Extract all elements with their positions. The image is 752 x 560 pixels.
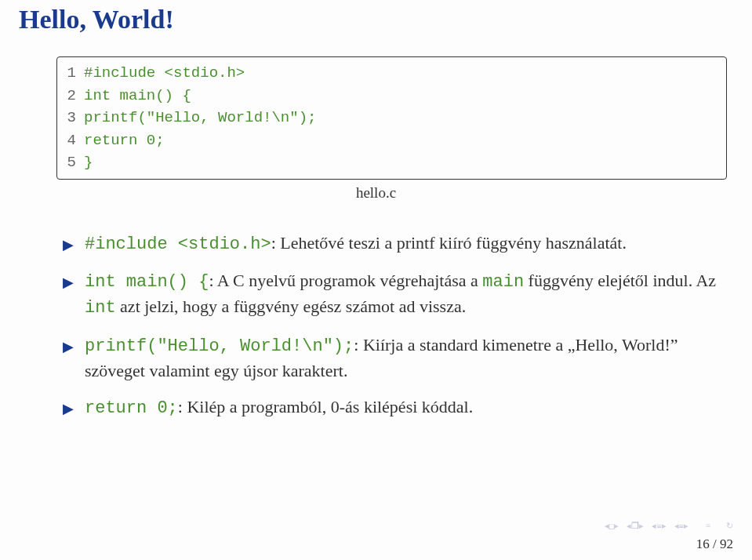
bullet-marker-icon: ▶ xyxy=(63,337,74,357)
code-line: return 0; xyxy=(84,129,726,152)
nav-last-icon[interactable]: ◂≡▸ xyxy=(674,521,688,531)
code-line: int main() { xyxy=(84,85,726,107)
bullet-text: int main() {: A C nyelvű programok végre… xyxy=(85,269,719,321)
nav-mode-icon[interactable]: ≡ xyxy=(706,521,710,530)
lineno: 5 xyxy=(57,151,76,174)
code-inline: int xyxy=(85,298,116,318)
bullet-marker-icon: ▶ xyxy=(63,399,74,419)
bullet-item: ▶ #include <stdio.h>: Lehetővé teszi a p… xyxy=(63,231,719,257)
line-numbers: 1 2 3 4 5 xyxy=(57,62,84,174)
nav-bar: ◂□▸ ◂❐▸ ◂≡▸ ◂≡▸ ≡ ↻ xyxy=(605,518,733,532)
code-line: #include <stdio.h> xyxy=(84,62,726,85)
lineno: 4 xyxy=(57,129,76,152)
nav-prev-icon[interactable]: ◂❐▸ xyxy=(627,521,644,531)
bullet-text: return 0;: Kilép a programból, 0-ás kilé… xyxy=(85,395,719,421)
code-content: #include <stdio.h> int main() { printf("… xyxy=(84,62,726,174)
lineno: 3 xyxy=(57,107,76,129)
code-line: printf("Hello, World!\n"); xyxy=(84,107,726,129)
code-block: 1 2 3 4 5 #include <stdio.h> int main() … xyxy=(56,56,727,180)
bullet-item: ▶ int main() {: A C nyelvű programok vég… xyxy=(63,269,719,321)
code-line: } xyxy=(84,151,726,174)
nav-first-icon[interactable]: ◂□▸ xyxy=(605,521,619,531)
bullet-list: ▶ #include <stdio.h>: Lehetővé teszi a p… xyxy=(63,231,719,422)
code-inline: #include <stdio.h> xyxy=(85,235,271,254)
code-inline: printf("Hello, World!\n"); xyxy=(85,336,354,356)
bullet-marker-icon: ▶ xyxy=(63,273,74,293)
code-inline: main xyxy=(482,272,524,292)
code-inline: return 0; xyxy=(85,398,178,418)
footer: ◂□▸ ◂❐▸ ◂≡▸ ◂≡▸ ≡ ↻ 16 / 92 xyxy=(605,518,733,552)
bullet-item: ▶ return 0;: Kilép a programból, 0-ás ki… xyxy=(63,395,719,421)
bullet-text: printf("Hello, World!\n");: Kiírja a sta… xyxy=(85,333,719,384)
page-number: 16 / 92 xyxy=(605,536,733,552)
bullet-item: ▶ printf("Hello, World!\n");: Kiírja a s… xyxy=(63,333,719,384)
code-inline: int main() { xyxy=(85,272,209,292)
bullet-text: #include <stdio.h>: Lehetővé teszi a pri… xyxy=(85,231,719,257)
bullet-marker-icon: ▶ xyxy=(63,235,74,255)
lineno: 2 xyxy=(57,85,76,107)
slide-title: Hello, World! xyxy=(19,0,733,56)
lineno: 1 xyxy=(57,62,76,85)
nav-next-icon[interactable]: ◂≡▸ xyxy=(652,521,666,531)
code-caption: hello.c xyxy=(19,184,733,202)
nav-cycle-icon[interactable]: ↻ xyxy=(726,521,733,531)
